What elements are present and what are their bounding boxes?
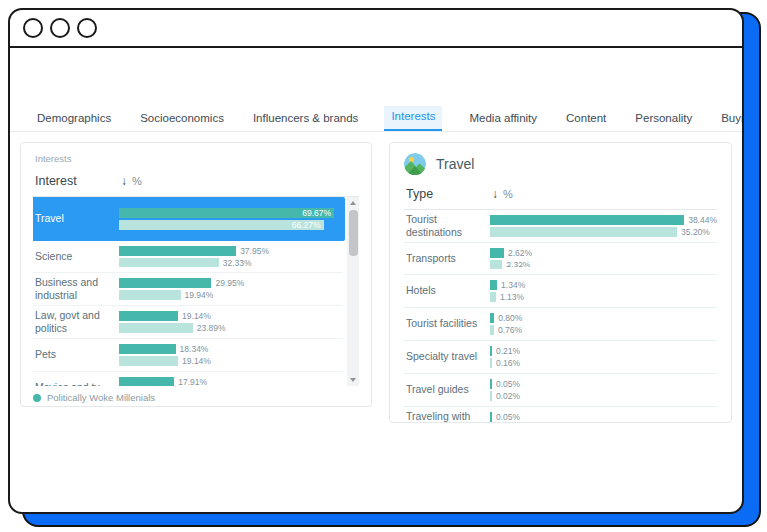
bar-value: 1.13% [500,292,524,302]
row-label: Tourist facilities [404,317,490,330]
bar-group: 0.80%0.76% [490,313,717,335]
travel-type-row[interactable]: Traveling with kids0.05%0.02% [404,407,717,423]
travel-type-row[interactable]: Specialty travel0.21%0.16% [404,341,717,374]
row-label: Travel guides [404,383,490,396]
bar-series-1 [119,377,174,386]
bar-series-2 [490,391,492,401]
row-label: Science [33,250,119,263]
legend-item: Solar ANZ [33,404,359,407]
bar-group: 0.05%0.02% [490,379,717,401]
sort-descending-icon[interactable]: ↓ [121,174,127,188]
bar-value: 1.34% [501,280,525,290]
bar-value: 29.95% [215,278,244,288]
tab-buying-mindset[interactable]: Buying mindset [719,108,744,131]
tab-interests[interactable]: Interests [384,106,442,131]
interest-row[interactable]: Business and industrial29.95%19.94% [33,273,343,306]
row-label: Movies and tv [33,381,119,386]
bar-series-2 [490,358,492,368]
tab-influencers-brands[interactable]: Influencers & brands [251,108,360,131]
type-header-label: Type [406,187,492,201]
bar-value: 37.95% [240,246,269,256]
interest-row[interactable]: Movies and tv17.91% [33,372,343,386]
interest-row[interactable]: Science37.95%32.33% [33,241,343,273]
bar-value: 0.02% [496,391,520,401]
bar-series-1 [490,346,492,356]
tab-personality[interactable]: Personality [633,108,694,131]
row-label: Hotels [404,284,490,297]
bar-series-1 [490,313,494,323]
bar-value: 0.05% [496,412,520,422]
travel-type-row[interactable]: Hotels1.34%1.13% [404,275,717,308]
legend-dot-icon [33,407,41,408]
bar-value: 32.33% [223,258,252,267]
bar-series-2 [490,325,494,335]
scroll-down-icon[interactable] [347,374,359,386]
bar-value: 0.21% [496,346,520,356]
travel-type-row[interactable]: Tourist destinations38.44%35.20% [404,210,717,243]
bar-series-1 [490,215,684,225]
sort-descending-icon[interactable]: ↓ [492,187,498,201]
panels: Interests Interest ↓ % Travel69.67%66.27… [20,142,732,423]
row-label: Business and industrial [33,276,119,302]
bar-value: 0.80% [498,313,522,323]
bar-series-1 [119,278,211,288]
scrollbar[interactable] [347,197,359,386]
bar-series-1 [490,412,492,422]
row-label: Tourist destinations [404,213,490,239]
bar-series-1 [490,248,504,258]
row-label: Pets [33,348,119,361]
bar-group: 18.34%19.14% [119,344,343,366]
bar-value: 35.20% [681,227,710,237]
tab-bar-divider [10,131,742,132]
legend: Politically Woke MillenialsSolar ANZ [33,391,359,407]
scroll-up-icon[interactable] [347,197,359,209]
browser-window: DemographicsSocioeconomicsInfluencers & … [8,8,744,514]
window-button-2[interactable] [50,18,70,38]
bar-series-2 [490,292,496,302]
tab-content[interactable]: Content [564,108,608,131]
travel-type-row[interactable]: Transports2.62%2.32% [404,243,717,275]
bar-series-1 [119,344,176,354]
window-titlebar [10,10,742,48]
bar-series-1 [490,379,492,389]
travel-type-row[interactable]: Tourist facilities0.80%0.76% [404,308,717,341]
tab-socioeconomics[interactable]: Socioeconomics [138,108,226,131]
interest-row[interactable]: Travel69.67%66.27% [33,197,345,241]
panel-label: Interests [35,153,359,164]
type-column-header: Type ↓ % [404,187,717,210]
bar-series-1 [119,246,236,256]
bar-group: 0.21%0.16% [490,346,717,368]
interest-list: Travel69.67%66.27%Science37.95%32.33%Bus… [33,197,359,386]
row-label: Travel [33,212,119,225]
window-button-1[interactable] [23,18,43,38]
bar-group: 38.44%35.20% [490,215,717,237]
interest-row[interactable]: Law, govt and politics19.14%23.89% [33,306,343,339]
bar-series-1 [119,311,178,321]
bar-value: 17.91% [178,377,207,386]
row-label: Law, govt and politics [33,309,119,335]
tab-demographics[interactable]: Demographics [35,108,113,131]
bar-series-1 [490,280,497,290]
tab-bar: DemographicsSocioeconomicsInfluencers & … [35,106,742,131]
bar-group: 19.14%23.89% [119,311,343,333]
bar-series-2 [119,258,219,267]
bar-group: 37.95%32.33% [119,246,343,267]
tab-media-affinity[interactable]: Media affinity [467,108,539,131]
bar-value: 19.94% [185,290,214,300]
travel-type-row[interactable]: Travel guides0.05%0.02% [404,374,717,407]
bar-value: 19.14% [182,311,211,321]
percent-header-label: % [503,188,513,200]
bar-series-1: 69.67% [119,208,334,218]
interest-header-label: Interest [35,174,121,188]
bar-value: 0.16% [496,358,520,368]
bar-group: 29.95%19.94% [119,278,343,300]
bar-series-2: 66.27% [119,220,324,230]
scrollbar-thumb[interactable] [349,210,358,256]
window-button-3[interactable] [77,18,97,38]
page: DemographicsSocioeconomicsInfluencers & … [0,0,767,532]
bar-group: 1.34%1.13% [490,280,717,302]
bar-value: 0.05% [496,379,520,389]
interest-row[interactable]: Pets18.34%19.14% [33,339,343,372]
bar-value: 18.34% [180,344,209,354]
bar-value: 69.67% [302,208,331,218]
